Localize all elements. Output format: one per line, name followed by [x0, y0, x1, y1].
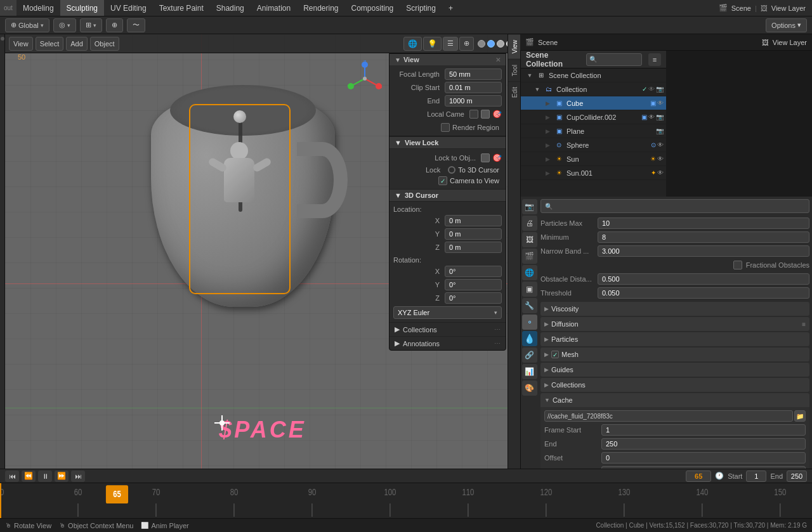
menu-texture-paint[interactable]: Texture Paint: [153, 0, 210, 16]
viewport-view-menu[interactable]: View: [9, 37, 33, 51]
cupcollider-render-icon[interactable]: 📷: [656, 114, 664, 120]
prop-particles-btn[interactable]: ⚬: [522, 315, 537, 330]
play-pause-btn[interactable]: ⏸: [38, 470, 52, 482]
mesh-enabled-checkbox[interactable]: [551, 351, 559, 358]
cache-end-value[interactable]: 250: [601, 438, 806, 450]
prop-output-btn[interactable]: 🖨: [522, 216, 537, 231]
menu-uv-editing[interactable]: UV Editing: [104, 0, 153, 16]
sun-light-icon[interactable]: ☀: [650, 155, 656, 162]
cache-section-header[interactable]: ▼ Cache: [540, 393, 809, 407]
cursor-rx-value[interactable]: 0°: [445, 266, 502, 277]
narrow-band-value[interactable]: 3.000: [598, 245, 809, 257]
menu-animation[interactable]: Animation: [251, 0, 297, 16]
tree-item-sun001[interactable]: ▶ ☀ Sun.001 ✦ 👁: [521, 166, 666, 180]
collection-render-icon[interactable]: 📷: [656, 86, 664, 93]
timeline-ruler[interactable]: 50 60 65 70 80 90 100: [0, 483, 812, 518]
sun-visibility-icon[interactable]: 👁: [657, 155, 664, 162]
3d-cursor-header[interactable]: ▼ 3D Cursor: [390, 189, 506, 202]
lock-to-obj-picker[interactable]: 🎯: [492, 153, 502, 162]
cursor-z-value[interactable]: 0 m: [445, 242, 502, 253]
tree-item-sphere[interactable]: ▶ ⊙ Sphere ⊙ 👁: [521, 138, 666, 152]
clip-start-value[interactable]: 0.01 m: [445, 82, 502, 93]
viewport-add-menu[interactable]: Add: [66, 37, 88, 51]
diffusion-options-icon[interactable]: ≡: [802, 321, 806, 328]
collection-expand[interactable]: ▼: [534, 86, 541, 93]
collections-options-icon[interactable]: ⋯: [494, 326, 501, 333]
viewport-3d[interactable]: View Select Add Object 🌐 💡 ☰ ⊕: [5, 34, 520, 532]
view-close-icon[interactable]: ✕: [495, 56, 501, 63]
snap-btn[interactable]: ⊞ ▾: [80, 18, 102, 32]
tree-item-sun[interactable]: ▶ ☀ Sun ☀ 👁: [521, 152, 666, 166]
end-frame-input[interactable]: 250: [787, 470, 807, 482]
view-lock-header[interactable]: ▼ View Lock: [390, 136, 506, 149]
sphere-meta-icon[interactable]: ⊙: [651, 141, 656, 148]
vp-tab-view[interactable]: View: [508, 34, 520, 59]
particles-section[interactable]: ▶ Particles: [540, 332, 809, 346]
local-camera-picker-icon[interactable]: 🎯: [492, 110, 502, 119]
particles-max-value[interactable]: 10: [598, 217, 809, 229]
rotation-mode-dropdown[interactable]: XYZ Euler ▾: [393, 306, 502, 319]
collection-check-icon[interactable]: ✓: [642, 86, 647, 93]
clip-end-value[interactable]: 1000 m: [445, 95, 502, 107]
annotations-section[interactable]: ▶ Annotations ⋯: [390, 336, 506, 350]
viewport-mode-btn[interactable]: 🌐: [403, 37, 422, 51]
viewport-overlay-btn[interactable]: ☰: [443, 37, 458, 51]
menu-scripting[interactable]: Scripting: [400, 0, 442, 16]
lock-to-obj-icon[interactable]: [481, 153, 490, 162]
view-section-header[interactable]: ▼ View ✕: [390, 54, 506, 65]
scene-collection-expand[interactable]: ▼: [526, 72, 534, 79]
viewport-object-menu[interactable]: Object: [90, 37, 119, 51]
annotations-options-icon[interactable]: ⋯: [494, 340, 501, 347]
menu-compositing[interactable]: Compositing: [345, 0, 400, 16]
menu-add-workspace[interactable]: +: [442, 0, 459, 16]
prop-material-btn[interactable]: 🎨: [522, 380, 537, 396]
focal-length-value[interactable]: 50 mm: [445, 68, 502, 80]
prop-world-btn[interactable]: 🌐: [522, 265, 537, 280]
threshold-value[interactable]: 0.050: [598, 287, 809, 299]
shade-solid-btn[interactable]: [478, 40, 485, 48]
outliner-filter-btn[interactable]: ≡: [648, 53, 661, 66]
prop-render-btn[interactable]: 📷: [522, 199, 537, 214]
outliner-search-box[interactable]: 🔍: [586, 53, 642, 66]
menu-shading[interactable]: Shading: [210, 0, 251, 16]
prop-data-btn[interactable]: 📊: [522, 364, 537, 379]
tree-item-scene-collection[interactable]: ▼ ⊞ Scene Collection: [521, 68, 666, 82]
mesh-section[interactable]: ▶ Mesh: [540, 347, 809, 361]
render-region-checkbox[interactable]: [441, 123, 450, 132]
cache-filepath-folder-btn[interactable]: 📁: [794, 410, 806, 422]
menu-modeling[interactable]: Modeling: [16, 0, 60, 16]
plane-camera-icon[interactable]: 📷: [656, 127, 664, 134]
guides-section[interactable]: ▶ Guides: [540, 363, 809, 377]
jump-back-btn[interactable]: ⏪: [22, 470, 36, 482]
local-camera-icon-btn[interactable]: [481, 110, 490, 119]
jump-to-end-btn[interactable]: ⏭: [71, 470, 85, 482]
menu-out[interactable]: out: [0, 0, 16, 16]
diffusion-section[interactable]: ▶ Diffusion ≡: [540, 317, 809, 331]
cursor-rz-value[interactable]: 0°: [445, 292, 502, 304]
menu-rendering[interactable]: Rendering: [297, 0, 344, 16]
tree-item-collection[interactable]: ▼ 🗂 Collection ✓ 👁 📷: [521, 82, 666, 96]
options-btn[interactable]: Options ▾: [766, 18, 807, 32]
cursor-y-value[interactable]: 0 m: [445, 228, 502, 240]
viewport-shade-btn[interactable]: 💡: [423, 37, 442, 51]
prop-scene-btn[interactable]: 🎬: [522, 249, 537, 264]
sphere-eye-icon[interactable]: 👁: [657, 141, 664, 148]
cupcollider-mesh-icon[interactable]: ▣: [641, 114, 647, 120]
cache-offset-value[interactable]: 0: [601, 452, 806, 464]
shade-render-btn[interactable]: [497, 40, 504, 48]
camera-to-view-checkbox[interactable]: [438, 176, 447, 185]
start-frame-input[interactable]: 1: [746, 470, 766, 482]
cursor-ry-value[interactable]: 0°: [445, 279, 502, 290]
cube-mesh-icon[interactable]: ▣: [650, 100, 656, 107]
minimum-value[interactable]: 8: [598, 231, 809, 243]
collections-section[interactable]: ▶ Collections ⋯: [390, 322, 506, 336]
prop-physics-btn[interactable]: 💧: [522, 331, 537, 346]
sun001-star-icon[interactable]: ✦: [651, 169, 656, 176]
tree-item-cube[interactable]: ▶ ▣ Cube ▣ 👁: [521, 96, 666, 110]
current-frame-input[interactable]: 65: [686, 470, 711, 482]
prop-object-btn[interactable]: ▣: [522, 282, 537, 297]
prop-modifier-btn[interactable]: 🔧: [522, 298, 537, 313]
to-3d-cursor-radio[interactable]: [448, 166, 455, 174]
local-camera-checkbox[interactable]: [469, 110, 478, 119]
fractional-obstacles-checkbox[interactable]: [733, 261, 742, 269]
